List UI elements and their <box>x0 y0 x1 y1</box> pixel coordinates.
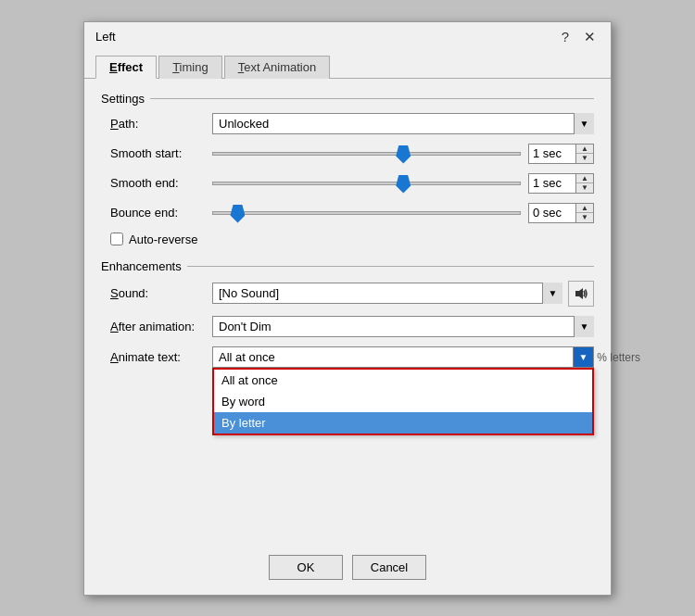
animate-text-option-all-at-once[interactable]: All at once <box>214 370 592 391</box>
animate-text-row: Animate text: All at once ▼ All at once … <box>101 346 594 368</box>
ok-button[interactable]: OK <box>269 555 343 580</box>
auto-reverse-label: Auto-reverse <box>129 233 197 246</box>
speaker-button[interactable] <box>568 281 594 307</box>
bounce-end-row: Bounce end: ▲ ▼ <box>101 203 594 223</box>
bounce-end-input[interactable] <box>529 204 575 222</box>
path-select[interactable]: Unlocked Locked <box>212 113 594 134</box>
smooth-end-up-button[interactable]: ▲ <box>576 174 593 183</box>
enhancements-section-label: Enhancements <box>101 259 594 273</box>
smooth-end-spinner: ▲ ▼ <box>528 173 594 194</box>
bounce-end-slider-container <box>212 204 521 222</box>
path-label: Path: <box>110 117 212 131</box>
tab-timing[interactable]: Timing <box>158 56 222 79</box>
path-select-wrapper: Unlocked Locked ▼ <box>212 113 594 134</box>
bounce-end-spinner: ▲ ▼ <box>528 203 594 223</box>
speaker-icon <box>574 286 588 301</box>
cancel-button[interactable]: Cancel <box>352 555 426 580</box>
tab-timing-label: Timing <box>172 60 208 74</box>
smooth-start-row: Smooth start: ▲ ▼ <box>101 144 594 164</box>
animate-text-dropdown-wrapper: All at once ▼ All at once By word By let… <box>212 346 594 368</box>
title-bar-controls: ? ✕ <box>558 30 600 44</box>
close-button[interactable]: ✕ <box>580 30 600 44</box>
animate-text-option-by-word[interactable]: By word <box>214 391 592 412</box>
smooth-start-slider-container <box>212 145 521 163</box>
smooth-end-row: Smooth end: ▲ ▼ <box>101 173 594 194</box>
auto-reverse-checkbox[interactable] <box>110 233 123 245</box>
after-animation-row: After animation: Don't Dim Hide Hide on … <box>101 316 594 337</box>
smooth-end-slider-container <box>212 174 521 193</box>
smooth-start-down-button[interactable]: ▼ <box>576 154 593 163</box>
sound-row: Sound: [No Sound] Applause Camera ▼ <box>101 281 594 307</box>
bounce-end-up-button[interactable]: ▲ <box>576 204 593 213</box>
path-row: Path: Unlocked Locked ▼ <box>101 113 594 134</box>
smooth-start-track[interactable] <box>212 152 521 156</box>
smooth-start-up-button[interactable]: ▲ <box>576 145 593 154</box>
bounce-end-track[interactable] <box>212 211 521 215</box>
smooth-end-track[interactable] <box>212 182 521 185</box>
tab-bar: Effect Timing Text Animation <box>84 47 611 79</box>
smooth-end-spinner-buttons: ▲ ▼ <box>575 174 593 193</box>
buttons-row: OK Cancel <box>84 546 611 595</box>
dialog: Left ? ✕ Effect Timing Text Animation Se… <box>83 21 612 596</box>
animate-text-option-by-letter[interactable]: By letter <box>214 412 592 434</box>
sound-select[interactable]: [No Sound] Applause Camera <box>212 283 562 304</box>
bounce-end-spinner-buttons: ▲ ▼ <box>575 204 593 222</box>
sound-label: Sound: <box>110 286 212 300</box>
bounce-end-label: Bounce end: <box>110 206 212 220</box>
tab-effect-label: Effect <box>109 60 143 74</box>
smooth-start-input[interactable] <box>529 145 575 163</box>
settings-section-label: Settings <box>101 92 594 106</box>
auto-reverse-row: Auto-reverse <box>101 233 594 246</box>
after-animation-label: After animation: <box>110 320 212 333</box>
after-animation-select-wrapper: Don't Dim Hide Hide on next click ▼ <box>212 316 594 337</box>
animate-text-label: Animate text: <box>110 350 212 364</box>
bounce-end-down-button[interactable]: ▼ <box>576 213 593 222</box>
title-bar: Left ? ✕ <box>84 22 611 44</box>
animate-text-dropdown-list: All at once By word By letter <box>212 368 594 435</box>
animate-text-arrow-icon[interactable]: ▼ <box>573 347 593 367</box>
animate-text-selected-value: All at once <box>219 350 275 364</box>
letters-hint: % letters <box>597 351 640 364</box>
tab-text-animation-label: Text Animation <box>238 60 317 74</box>
tab-text-animation[interactable]: Text Animation <box>224 56 331 79</box>
bounce-end-thumb[interactable] <box>230 205 245 223</box>
help-button[interactable]: ? <box>558 30 573 44</box>
smooth-end-label: Smooth end: <box>110 176 212 190</box>
smooth-start-spinner-buttons: ▲ ▼ <box>575 145 593 163</box>
dialog-title: Left <box>95 30 116 44</box>
animate-text-selected[interactable]: All at once ▼ <box>212 346 594 368</box>
smooth-start-thumb[interactable] <box>396 145 411 164</box>
tab-effect[interactable]: Effect <box>95 56 157 79</box>
smooth-end-thumb[interactable] <box>396 175 411 194</box>
smooth-end-input[interactable] <box>529 174 575 193</box>
smooth-end-down-button[interactable]: ▼ <box>576 183 593 193</box>
after-animation-select[interactable]: Don't Dim Hide Hide on next click <box>212 316 594 337</box>
content-area: Settings Path: Unlocked Locked ▼ Smooth … <box>84 79 611 462</box>
svg-marker-0 <box>575 288 583 299</box>
smooth-start-spinner: ▲ ▼ <box>528 144 594 164</box>
sound-select-wrapper: [No Sound] Applause Camera ▼ <box>212 283 562 304</box>
smooth-start-label: Smooth start: <box>110 146 212 160</box>
